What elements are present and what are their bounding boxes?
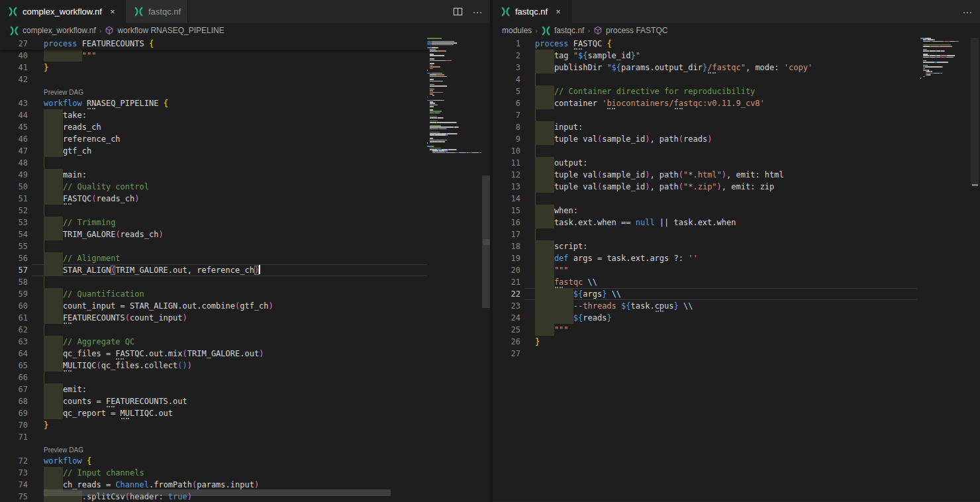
line-number: 72	[0, 455, 28, 467]
code-line-40[interactable]: 40"""	[0, 50, 490, 62]
code-line-7[interactable]: 7	[493, 109, 980, 121]
code-line-55[interactable]: 55	[0, 240, 490, 252]
code-line-64[interactable]: 64qc_files = FASTQC.out.mix(TRIM_GALORE.…	[0, 348, 490, 360]
editor-group-right: fastqc.nf×··· modules› fastqc.nf› proces…	[493, 0, 980, 502]
more-icon[interactable]: ···	[961, 6, 973, 18]
code-line-46[interactable]: 46reference_ch	[0, 133, 490, 145]
close-icon[interactable]: ×	[552, 6, 564, 18]
minimap-line	[427, 70, 428, 71]
code-line-44[interactable]: 44take:	[0, 109, 490, 121]
indent-highlight	[535, 288, 573, 300]
minimap-line	[925, 66, 942, 68]
code-line-52[interactable]: 52	[0, 205, 490, 217]
code-line-18[interactable]: 18script:	[493, 240, 980, 252]
code-line-54[interactable]: 54TRIM_GALORE(reads_ch)	[0, 228, 490, 240]
code-line-25[interactable]: 25"""	[493, 324, 980, 336]
code-line-53[interactable]: 53// Trimming	[0, 217, 490, 228]
code-line-15[interactable]: 15when:	[493, 205, 980, 217]
code-line-6[interactable]: 6container 'biocontainers/fastqc:v0.11.9…	[493, 97, 980, 109]
breadcrumb-label: process FASTQC	[606, 26, 667, 35]
code-line-22[interactable]: 22${args} \\	[493, 288, 980, 300]
breadcrumb-item-complex-workflow-nf[interactable]: complex_workflow.nf	[9, 26, 96, 36]
close-icon[interactable]: ×	[107, 6, 119, 18]
minimap-line	[447, 134, 448, 136]
code-line-12[interactable]: 12tuple val(sample_id), path("*.html"), …	[493, 169, 980, 181]
code-line-5[interactable]: 5// Container directive for reproducibil…	[493, 85, 980, 97]
code-line-17[interactable]: 17	[493, 228, 980, 240]
breadcrumb-item-workflow-rnaseq-pipeline[interactable]: workflow RNASEQ_PIPELINE	[105, 26, 224, 35]
code-line-57[interactable]: 57STAR_ALIGN(TRIM_GALORE.out, reference_…	[0, 264, 490, 276]
horizontal-scrollbar-left[interactable]	[44, 489, 391, 496]
code-line-10[interactable]: 10	[493, 145, 980, 157]
code-line-61[interactable]: 61FEATURECOUNTS(count_input)	[0, 312, 490, 324]
code-line-49[interactable]: 49main:	[0, 169, 490, 181]
code-line-63[interactable]: 63// Aggregate QC	[0, 336, 490, 348]
code-line-59[interactable]: 59// Quantification	[0, 288, 490, 300]
breadcrumb-item-fastqc-nf[interactable]: fastqc.nf	[541, 26, 584, 36]
code-line-69[interactable]: 69qc_report = MULTIQC.out	[0, 407, 490, 419]
code-line-48[interactable]: 48	[0, 157, 490, 169]
vertical-scrollbar-slider-right[interactable]	[971, 38, 979, 185]
code-text: """	[554, 264, 569, 276]
breadcrumb-item-modules[interactable]: modules	[502, 26, 532, 35]
code-line-24[interactable]: 24${reads}	[493, 312, 980, 324]
tab-fastqc-nf[interactable]: fastqc.nf×	[493, 0, 571, 23]
code-line-11[interactable]: 11output:	[493, 157, 980, 169]
indent-highlight	[535, 217, 554, 228]
code-line-1[interactable]: 1process FASTQC {	[493, 38, 980, 50]
minimap-line	[447, 133, 457, 134]
code-line-21[interactable]: 21fastqc \\	[493, 276, 980, 288]
code-line-20[interactable]: 20"""	[493, 264, 980, 276]
scrollbar-handle[interactable]	[483, 239, 490, 245]
code-line-3[interactable]: 3publishDir "${params.output_dir}/fastqc…	[493, 62, 980, 74]
line-number: 41	[0, 62, 28, 74]
code-line-4[interactable]: 4	[493, 74, 980, 85]
code-line-62[interactable]: 62	[0, 324, 490, 336]
line-number: 44	[0, 109, 28, 121]
code-line-71[interactable]: 71	[0, 431, 490, 443]
code-line-41[interactable]: 41}	[0, 62, 490, 74]
line-number: 65	[0, 360, 28, 372]
code-line-45[interactable]: 45reads_ch	[0, 121, 490, 133]
breadcrumb-item-process-fastqc[interactable]: process FASTQC	[593, 26, 667, 35]
code-line-58[interactable]: 58	[0, 276, 490, 288]
more-icon[interactable]: ···	[471, 6, 483, 18]
code-line-50[interactable]: 50// Quality control	[0, 181, 490, 193]
indent-highlight	[535, 312, 573, 324]
code-line-66[interactable]: 66	[0, 372, 490, 383]
code-line-23[interactable]: 23--threads ${task.cpus} \\	[493, 300, 980, 312]
code-line-19[interactable]: 19def args = task.ext.args ?: ''	[493, 252, 980, 264]
tab-complex-workflow-nf[interactable]: complex_workflow.nf×	[0, 0, 126, 23]
tab-fastqc-nf[interactable]: fastqc.nf	[126, 0, 188, 23]
code-line-43[interactable]: 43workflow RNASEQ_PIPELINE {	[0, 97, 490, 109]
code-line-56[interactable]: 56// Alignment	[0, 252, 490, 264]
vertical-scrollbar-right[interactable]	[970, 38, 979, 501]
code-line-70[interactable]: 70}	[0, 419, 490, 431]
code-line-13[interactable]: 13tuple val(sample_id), path("*.zip"), e…	[493, 181, 980, 193]
code-line-73[interactable]: 73// Input channels	[0, 467, 490, 479]
code-line-60[interactable]: 60count_input = STAR_ALIGN.out.combine(g…	[0, 300, 490, 312]
code-line-47[interactable]: 47gtf_ch	[0, 145, 490, 157]
indent-highlight	[535, 157, 554, 169]
code-line-27[interactable]: 27	[493, 348, 980, 360]
vertical-scrollbar-left[interactable]	[481, 38, 490, 502]
line-number: 46	[0, 133, 28, 145]
code-line-26[interactable]: 26}	[493, 336, 980, 348]
code-text: task.ext.when == null || task.ext.when	[554, 217, 736, 228]
editor-left[interactable]: 27process FEATURECOUNTS { 40"""41}42Prev…	[0, 38, 490, 502]
code-line-67[interactable]: 67emit:	[0, 383, 490, 395]
code-line-68[interactable]: 68counts = FEATURECOUNTS.out	[0, 395, 490, 407]
code-line-72[interactable]: 72workflow {	[0, 455, 490, 467]
code-line-42[interactable]: 42	[0, 74, 490, 85]
sticky-scroll-line[interactable]: 27process FEATURECOUNTS {	[0, 38, 427, 50]
editor-right[interactable]: 1process FASTQC {2tag "${sample_id}"3pub…	[493, 38, 980, 501]
code-line-65[interactable]: 65MULTIQC(qc_files.collect())	[0, 360, 490, 372]
split-editor-icon[interactable]	[452, 6, 464, 18]
code-line-14[interactable]: 14	[493, 193, 980, 205]
code-line-16[interactable]: 16task.ext.when == null || task.ext.when	[493, 217, 980, 228]
code-text: // Container directive for reproducibili…	[554, 85, 755, 97]
code-line-2[interactable]: 2tag "${sample_id}"	[493, 50, 980, 62]
code-line-9[interactable]: 9tuple val(sample_id), path(reads)	[493, 133, 980, 145]
code-line-8[interactable]: 8input:	[493, 121, 980, 133]
code-line-51[interactable]: 51FASTQC(reads_ch)	[0, 193, 490, 205]
